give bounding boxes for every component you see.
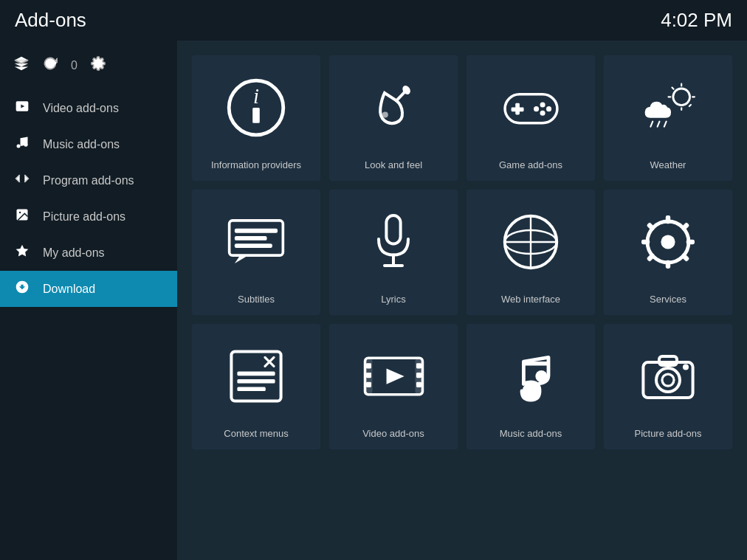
sidebar-item-my-addons[interactable]: My add-ons: [0, 235, 177, 271]
svg-rect-57: [237, 379, 275, 384]
settings-icon[interactable]: [91, 56, 106, 75]
grid-item-context-menus[interactable]: Context menus: [192, 324, 320, 449]
header: Add-ons 4:02 PM: [0, 0, 747, 41]
main-layout: 0 Video add-ons Music add-ons: [0, 41, 747, 560]
svg-point-21: [534, 106, 539, 111]
sidebar-label-video-addons: Video add-ons: [43, 102, 119, 115]
video-icon: [13, 99, 31, 117]
svg-rect-12: [252, 108, 260, 123]
grid-item-look-and-feel[interactable]: Look and feel: [329, 55, 458, 181]
svg-point-9: [19, 212, 21, 214]
svg-line-27: [672, 88, 673, 89]
sidebar-item-music-addons[interactable]: Music add-ons: [0, 126, 177, 162]
svg-rect-52: [681, 252, 689, 261]
svg-rect-50: [681, 221, 689, 230]
grid-item-label-services: Services: [650, 294, 686, 305]
grid-item-label-music-addons: Music add-ons: [500, 428, 562, 439]
sidebar-item-picture-addons[interactable]: Picture add-ons: [0, 198, 177, 235]
sidebar-label-music-addons: Music add-ons: [43, 138, 120, 151]
grid-item-picture-addons[interactable]: Picture add-ons: [604, 324, 732, 449]
game-addons-icon: [500, 67, 562, 148]
grid-item-lyrics[interactable]: Lyrics: [329, 190, 458, 315]
svg-point-22: [672, 89, 689, 106]
sidebar-toolbar: 0: [0, 48, 177, 90]
grid-item-label-context-menus: Context menus: [224, 428, 288, 439]
svg-point-19: [546, 106, 551, 111]
look-and-feel-icon: [364, 67, 423, 148]
svg-line-29: [650, 122, 653, 127]
addons-icon[interactable]: [13, 55, 30, 75]
svg-rect-37: [386, 215, 400, 243]
web-interface-icon: [501, 201, 560, 282]
content-area: i Information providers: [177, 41, 747, 560]
context-menus-icon: [227, 336, 286, 416]
svg-rect-63: [365, 373, 371, 378]
svg-point-18: [540, 102, 545, 107]
svg-rect-71: [522, 362, 548, 366]
music-addons-grid-icon: [501, 336, 560, 416]
grid-item-information-providers[interactable]: i Information providers: [192, 55, 320, 181]
svg-rect-56: [237, 371, 275, 376]
sidebar-item-video-addons[interactable]: Video add-ons: [0, 90, 177, 126]
addon-grid: i Information providers: [192, 55, 732, 449]
grid-item-label-weather: Weather: [650, 159, 686, 170]
svg-line-28: [689, 105, 690, 106]
svg-rect-48: [686, 239, 695, 243]
music-icon: [13, 135, 31, 153]
grid-item-label-lyrics: Lyrics: [381, 294, 405, 305]
sidebar-item-download[interactable]: Download: [0, 271, 177, 307]
program-icon: [13, 171, 31, 190]
svg-line-31: [664, 122, 666, 127]
svg-marker-68: [386, 368, 404, 384]
svg-point-7: [24, 143, 28, 147]
grid-item-subtitles[interactable]: Subtitles: [192, 190, 320, 315]
grid-item-game-addons[interactable]: Game add-ons: [467, 55, 595, 181]
grid-item-label-information-providers: Information providers: [211, 159, 301, 170]
video-addons-grid-icon: [362, 336, 425, 416]
information-providers-icon: i: [227, 67, 286, 148]
grid-item-label-game-addons: Game add-ons: [499, 159, 562, 170]
grid-item-label-picture-addons: Picture add-ons: [634, 428, 701, 439]
svg-rect-62: [365, 363, 371, 368]
grid-item-label-web-interface: Web interface: [501, 294, 560, 305]
svg-rect-35: [235, 243, 272, 248]
clock: 4:02 PM: [661, 9, 732, 32]
grid-item-label-subtitles: Subtitles: [238, 294, 275, 305]
sidebar-label-download: Download: [43, 283, 95, 296]
svg-rect-0: [16, 60, 28, 62]
svg-rect-34: [235, 236, 267, 241]
page-title: Add-ons: [15, 9, 86, 32]
svg-rect-1: [16, 62, 28, 64]
svg-point-44: [661, 235, 675, 249]
star-icon: [13, 243, 31, 262]
svg-point-14: [382, 111, 388, 117]
refresh-icon[interactable]: [43, 56, 58, 75]
grid-item-weather[interactable]: Weather: [604, 55, 732, 181]
update-count: 0: [71, 59, 78, 72]
svg-rect-66: [416, 373, 421, 378]
svg-point-69: [523, 382, 539, 398]
download-icon: [13, 280, 31, 298]
svg-rect-67: [416, 381, 421, 387]
svg-point-70: [535, 370, 547, 382]
svg-rect-49: [647, 221, 655, 230]
svg-point-20: [540, 111, 545, 116]
svg-rect-2: [16, 65, 28, 67]
sidebar-label-picture-addons: Picture add-ons: [43, 210, 125, 224]
sidebar-item-program-addons[interactable]: Program add-ons: [0, 162, 177, 198]
grid-item-music-addons[interactable]: Music add-ons: [467, 324, 595, 449]
grid-item-video-addons[interactable]: Video add-ons: [329, 324, 458, 449]
svg-text:i: i: [253, 83, 259, 107]
svg-rect-51: [647, 252, 655, 261]
grid-item-web-interface[interactable]: Web interface: [467, 190, 595, 315]
svg-rect-17: [511, 108, 523, 112]
svg-line-30: [657, 122, 659, 127]
svg-rect-46: [666, 260, 670, 268]
svg-rect-45: [666, 215, 670, 224]
svg-point-76: [683, 364, 689, 370]
grid-item-services[interactable]: Services: [604, 190, 732, 315]
svg-rect-58: [237, 387, 265, 391]
sidebar-label-my-addons: My add-ons: [43, 246, 105, 260]
svg-point-74: [656, 368, 680, 392]
sidebar-label-program-addons: Program add-ons: [43, 174, 134, 187]
